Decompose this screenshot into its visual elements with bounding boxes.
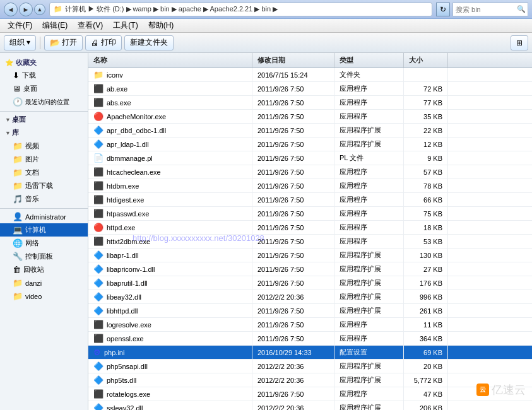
- table-row[interactable]: 🔴 ApacheMonitor.exe 2011/9/26 7:50 应用程序 …: [88, 110, 532, 124]
- table-row[interactable]: ⬛ rotatelogs.exe 2011/9/26 7:50 应用程序 47 …: [88, 387, 532, 401]
- file-date: 2011/9/26 7:50: [252, 235, 334, 248]
- menu-tools[interactable]: 工具(T): [108, 19, 143, 32]
- file-date: 2011/9/26 7:50: [252, 207, 334, 220]
- table-row[interactable]: 🔷 libapriconv-1.dll 2011/9/26 7:50 应用程序扩…: [88, 262, 532, 276]
- table-row[interactable]: 🔷 libeay32.dll 2012/2/2 20:36 应用程序扩展 996…: [88, 290, 532, 304]
- table-row[interactable]: 🔷 libapr-1.dll 2011/9/26 7:50 应用程序扩展 130…: [88, 249, 532, 262]
- table-row[interactable]: ⬛ htpasswd.exe 2011/9/26 7:50 应用程序 75 KB: [88, 207, 532, 221]
- organize-button[interactable]: 组织 ▾: [4, 35, 36, 50]
- file-date: 2012/2/2 20:36: [252, 401, 334, 410]
- file-date: 2011/9/26 7:50: [252, 138, 334, 151]
- file-icon: ⬛: [93, 84, 103, 93]
- menu-view[interactable]: 查看(V): [73, 19, 108, 32]
- sidebar-item-network[interactable]: 🌐 网络: [0, 237, 88, 250]
- desktop-group[interactable]: ▼ 桌面: [0, 113, 88, 126]
- sidebar-item-video2[interactable]: 📁 video: [0, 290, 88, 303]
- table-row[interactable]: ⬛ htdbm.exe 2011/9/26 7:50 应用程序 78 KB: [88, 179, 532, 193]
- sidebar-item-download[interactable]: ⬇ 下载: [0, 69, 88, 82]
- desktop-section: ▼ 桌面 ▼ 库 📁 视频 📁 图片 📁 文档: [0, 113, 88, 206]
- table-row[interactable]: ⬛ abs.exe 2011/9/26 7:50 应用程序 77 KB: [88, 96, 532, 110]
- back-button[interactable]: ◄: [4, 3, 18, 16]
- file-list-container: 名称 修改日期 类型 大小 📁 iconv 2016/7/15 15:24 文件…: [88, 53, 532, 410]
- file-name: ⬛ abs.exe: [88, 96, 252, 109]
- sidebar-item-pictures[interactable]: 📁 图片: [0, 153, 88, 166]
- file-icon: 🔷: [93, 278, 103, 288]
- table-row[interactable]: 🔷 ssleay32.dll 2012/2/2 20:36 应用程序扩展 206…: [88, 401, 532, 410]
- file-date: 2011/9/26 7:50: [252, 249, 334, 262]
- table-row[interactable]: 🔴 httpd.exe 2011/9/26 7:50 应用程序 18 KB: [88, 221, 532, 235]
- file-icon: 🔷: [93, 264, 103, 274]
- expand-icon: ▼: [5, 117, 11, 123]
- table-row[interactable]: ⬛ openssl.exe 2011/9/26 7:50 应用程序 364 KB: [88, 332, 532, 346]
- star-icon: ⭐: [5, 59, 14, 67]
- file-size: 78 KB: [404, 179, 448, 192]
- file-type: 应用程序扩展: [334, 290, 404, 303]
- menu-edit[interactable]: 编辑(E): [37, 19, 73, 32]
- table-row[interactable]: ⬛ ab.exe 2011/9/26 7:50 应用程序 72 KB: [88, 82, 532, 96]
- file-size: 57 KB: [404, 165, 448, 179]
- up-button[interactable]: ▲: [34, 4, 45, 15]
- sidebar-item-danzi[interactable]: 📁 danzi: [0, 276, 88, 290]
- header-date[interactable]: 修改日期: [252, 53, 334, 67]
- file-size: 53 KB: [404, 235, 448, 248]
- file-icon: 🔴: [93, 112, 103, 121]
- file-name: 🔷 ssleay32.dll: [88, 401, 252, 410]
- sidebar-item-desktop[interactable]: 🖥 桌面: [0, 82, 88, 95]
- sidebar-item-thunder[interactable]: 📁 迅雷下载: [0, 179, 88, 192]
- file-name: 🔷 libapr-1.dll: [88, 249, 252, 262]
- sidebar-item-video[interactable]: 📁 视频: [0, 139, 88, 153]
- open-button[interactable]: 📂 打开: [44, 35, 83, 50]
- table-row[interactable]: 📄 dbmmanage.pl 2011/9/26 7:50 PL 文件 9 KB: [88, 151, 532, 165]
- table-row[interactable]: 🔷 php5ts.dll 2012/2/2 20:36 应用程序扩展 5,772…: [88, 373, 532, 387]
- header-type[interactable]: 类型: [334, 53, 404, 67]
- file-date: 2011/9/26 7:50: [252, 179, 334, 192]
- table-row[interactable]: ⬛ logresolve.exe 2011/9/26 7:50 应用程序 11 …: [88, 318, 532, 332]
- header-size[interactable]: 大小: [404, 53, 448, 67]
- table-row[interactable]: ⚙ php.ini 2016/10/29 14:33 配置设置 69 KB: [88, 346, 532, 360]
- file-icon: 🔷: [93, 139, 103, 149]
- file-type: 应用程序扩展: [334, 360, 404, 373]
- table-row[interactable]: 📁 iconv 2016/7/15 15:24 文件夹: [88, 68, 532, 82]
- file-name: 📄 dbmmanage.pl: [88, 151, 252, 165]
- favorites-section: ⭐ 收藏夹 ⬇ 下载 🖥 桌面 🕐 最近访问的位置: [0, 56, 88, 108]
- file-name: 🔷 libeay32.dll: [88, 290, 252, 303]
- sidebar-item-administrator[interactable]: 👤 Administrator: [0, 210, 88, 223]
- main-layout: ⭐ 收藏夹 ⬇ 下载 🖥 桌面 🕐 最近访问的位置: [0, 53, 532, 410]
- sidebar-item-computer[interactable]: 💻 计算机: [0, 223, 88, 237]
- menu-file[interactable]: 文件(F): [3, 19, 37, 32]
- table-row[interactable]: 🔷 php5nsapi.dll 2012/2/2 20:36 应用程序扩展 20…: [88, 360, 532, 373]
- file-icon: 📄: [93, 153, 103, 163]
- search-input[interactable]: [453, 6, 515, 13]
- forward-button[interactable]: ►: [19, 3, 33, 16]
- sidebar-item-documents[interactable]: 📁 文档: [0, 166, 88, 179]
- file-date: 2011/9/26 7:50: [252, 110, 334, 123]
- favorites-title: ⭐ 收藏夹: [0, 56, 88, 69]
- menu-help[interactable]: 帮助(H): [143, 19, 179, 32]
- file-type: PL 文件: [334, 151, 404, 165]
- table-row[interactable]: ⬛ httxt2dbm.exe 2011/9/26 7:50 应用程序 53 K…: [88, 235, 532, 249]
- file-name: ⬛ htcacheclean.exe: [88, 165, 252, 179]
- new-folder-button[interactable]: 新建文件夹: [124, 35, 174, 50]
- table-row[interactable]: 🔷 libhttpd.dll 2011/9/26 7:50 应用程序扩展 261…: [88, 304, 532, 318]
- file-size: 22 KB: [404, 124, 448, 137]
- sidebar-item-music[interactable]: 🎵 音乐: [0, 192, 88, 206]
- table-row[interactable]: 🔷 apr_dbd_odbc-1.dll 2011/9/26 7:50 应用程序…: [88, 124, 532, 138]
- library-group[interactable]: ▼ 库: [0, 126, 88, 139]
- download-icon: ⬇: [13, 71, 20, 80]
- file-type: 应用程序: [334, 179, 404, 192]
- table-row[interactable]: ⬛ htdigest.exe 2011/9/26 7:50 应用程序 66 KB: [88, 193, 532, 207]
- breadcrumb-folder-icon: 📁: [54, 5, 62, 13]
- table-row[interactable]: ⬛ htcacheclean.exe 2011/9/26 7:50 应用程序 5…: [88, 165, 532, 179]
- file-name: 🔷 libapriconv-1.dll: [88, 262, 252, 276]
- sidebar-item-controlpanel[interactable]: 🔧 控制面板: [0, 250, 88, 263]
- sidebar-item-recycle[interactable]: 🗑 回收站: [0, 263, 88, 276]
- header-name[interactable]: 名称: [88, 53, 252, 67]
- view-toggle-button[interactable]: ⊞: [511, 35, 528, 50]
- table-row[interactable]: 🔷 apr_ldap-1.dll 2011/9/26 7:50 应用程序扩展 1…: [88, 138, 532, 151]
- sidebar-item-recent[interactable]: 🕐 最近访问的位置: [0, 95, 88, 108]
- file-size: 261 KB: [404, 304, 448, 317]
- file-name: ⬛ logresolve.exe: [88, 318, 252, 331]
- print-button[interactable]: 🖨 打印: [85, 35, 122, 50]
- table-row[interactable]: 🔷 libaprutil-1.dll 2011/9/26 7:50 应用程序扩展…: [88, 276, 532, 290]
- refresh-button[interactable]: ↻: [436, 3, 450, 16]
